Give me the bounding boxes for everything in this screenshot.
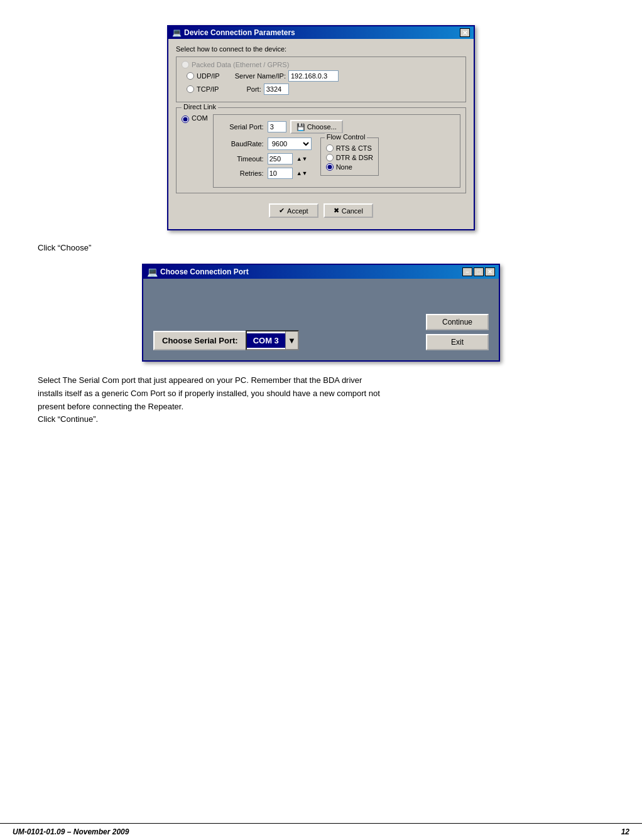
choose-icon: 💾 <box>297 123 305 131</box>
footer-left: UM-0101-01.09 – November 2009 <box>13 827 129 836</box>
choose-port-right: Continue Exit <box>426 314 489 350</box>
dialog1-body: Select how to connect to the device: Pac… <box>168 39 474 229</box>
choose-button[interactable]: 💾 Choose... <box>290 120 343 134</box>
baud-flow-row: BaudRate: 9600 Timeout: ▲▼ <box>220 137 454 182</box>
exit-button[interactable]: Exit <box>426 334 489 350</box>
retries-label: Retries: <box>220 170 264 177</box>
baud-rate-label: BaudRate: <box>220 140 264 148</box>
tcp-ip-label: TCP/IP <box>197 85 219 93</box>
dialog1-close-button[interactable]: ✕ <box>460 28 470 37</box>
dialog2-icon: 💻 <box>147 267 158 277</box>
desc-line1: Select The Serial Com port that just app… <box>38 375 362 385</box>
udp-ip-radio[interactable] <box>187 72 194 80</box>
none-flow-radio[interactable] <box>326 163 334 171</box>
flow-control-title: Flow Control <box>325 133 367 141</box>
click-choose-instruction: Click “Choose” <box>38 243 604 252</box>
dialog2-title-area: 💻 Choose Connection Port <box>147 267 249 277</box>
retries-spinner[interactable]: ▲▼ <box>297 170 308 176</box>
server-name-label: Server Name/IP: <box>235 72 286 80</box>
dtr-dsr-radio[interactable] <box>326 154 334 161</box>
description-text-block: Select The Serial Com port that just app… <box>38 374 604 426</box>
tcp-ip-radio[interactable] <box>187 85 194 93</box>
udp-ip-row: UDP/IP Server Name/IP: <box>187 70 460 82</box>
direct-link-title: Direct Link <box>182 103 218 110</box>
none-label: None <box>336 163 352 171</box>
dialog1-titlebar: 💻 Device Connection Parameters ✕ <box>168 26 474 39</box>
accept-label: Accept <box>287 207 308 215</box>
cancel-label: Cancel <box>342 207 363 215</box>
page-content: 💻 Device Connection Parameters ✕ Select … <box>0 0 642 451</box>
continue-label: Continue <box>442 318 472 326</box>
packed-data-row: Packed Data (Ethernet / GPRS) <box>182 61 460 68</box>
baud-rate-row: BaudRate: 9600 <box>220 137 312 150</box>
dialog2-body: Choose Serial Port: COM 3 ▼ Continue Exi… <box>143 279 499 360</box>
com-left: COM <box>182 114 208 188</box>
dialog2-title-text: Choose Connection Port <box>160 267 249 276</box>
minimize-button[interactable]: – <box>462 267 472 276</box>
page-footer: UM-0101-01.09 – November 2009 12 <box>0 823 642 840</box>
com-dropdown-button[interactable]: ▼ <box>285 331 298 349</box>
com-params-box: Serial Port: 💾 Choose... BaudRate <box>213 114 460 188</box>
timeout-label: Timeout: <box>220 155 264 163</box>
baud-rate-select[interactable]: 9600 <box>268 137 312 150</box>
choose-serial-label: Choose Serial Port: <box>153 331 246 350</box>
direct-link-group: Direct Link COM Serial Port: 💾 <box>176 107 466 193</box>
flow-control-group: Flow Control RTS & CTS DTR & DSR <box>320 137 379 176</box>
port-input[interactable] <box>264 83 289 95</box>
accept-icon: ✔ <box>279 207 285 215</box>
dtr-dsr-row: DTR & DSR <box>326 154 373 161</box>
choose-connection-port-dialog: 💻 Choose Connection Port – □ ✕ Choose Se… <box>142 264 500 362</box>
retries-row: Retries: ▲▼ <box>220 168 312 179</box>
server-name-input[interactable] <box>288 70 339 82</box>
desc-line3: present before connecting the Repeater. <box>38 402 183 411</box>
dialog1-title-area: 💻 Device Connection Parameters <box>172 28 295 37</box>
packed-data-radio[interactable] <box>182 61 189 68</box>
continue-button[interactable]: Continue <box>426 314 489 330</box>
serial-port-label: Serial Port: <box>220 123 264 131</box>
footer-right: 12 <box>621 827 629 836</box>
desc-line4: Click “Continue”. <box>38 414 98 424</box>
desc-line2: installs itself as a generic Com Port so… <box>38 389 380 398</box>
dialog1-section-label: Select how to connect to the device: <box>176 45 466 53</box>
close-button[interactable]: ✕ <box>485 267 495 276</box>
baud-timeout-retries: BaudRate: 9600 Timeout: ▲▼ <box>220 137 312 182</box>
dialog2-titlebar: 💻 Choose Connection Port – □ ✕ <box>143 265 499 279</box>
none-flow-row: None <box>326 163 373 171</box>
timeout-row: Timeout: ▲▼ <box>220 153 312 164</box>
rts-cts-label: RTS & CTS <box>336 144 372 152</box>
accept-button[interactable]: ✔ Accept <box>269 203 318 218</box>
com-value-display: COM 3 <box>247 333 285 348</box>
com-select-wrapper: COM 3 ▼ <box>246 330 299 350</box>
com-radio[interactable] <box>182 116 189 123</box>
port-label: Port: <box>246 85 261 93</box>
exit-label: Exit <box>451 338 464 347</box>
rts-cts-radio[interactable] <box>326 144 334 152</box>
restore-button[interactable]: □ <box>474 267 484 276</box>
dtr-dsr-label: DTR & DSR <box>336 154 373 161</box>
com-label: COM <box>192 114 208 122</box>
packed-data-label: Packed Data (Ethernet / GPRS) <box>192 61 289 68</box>
serial-port-input[interactable] <box>268 121 286 132</box>
tcp-ip-row: TCP/IP Port: <box>187 83 460 95</box>
dialog1-icon: 💻 <box>172 28 182 37</box>
dialog2-window-buttons: – □ ✕ <box>462 267 495 276</box>
choose-port-left: Choose Serial Port: COM 3 ▼ <box>153 330 299 350</box>
retries-input[interactable] <box>268 168 293 179</box>
cancel-button[interactable]: ✖ Cancel <box>324 203 373 218</box>
dialog1-title-text: Device Connection Parameters <box>184 28 295 37</box>
serial-port-row: Serial Port: 💾 Choose... <box>220 120 454 134</box>
choose-btn-label: Choose... <box>307 123 337 131</box>
timeout-input[interactable] <box>268 153 293 164</box>
device-connection-dialog: 💻 Device Connection Parameters ✕ Select … <box>167 25 475 230</box>
packed-data-group: Packed Data (Ethernet / GPRS) UDP/IP Ser… <box>176 57 466 102</box>
cancel-icon: ✖ <box>334 207 339 215</box>
timeout-spinner[interactable]: ▲▼ <box>297 156 308 162</box>
udp-ip-label: UDP/IP <box>197 72 220 80</box>
rts-cts-row: RTS & CTS <box>326 144 373 152</box>
dialog1-footer: ✔ Accept ✖ Cancel <box>176 198 466 223</box>
com-section: COM Serial Port: 💾 Choose... <box>182 114 460 188</box>
